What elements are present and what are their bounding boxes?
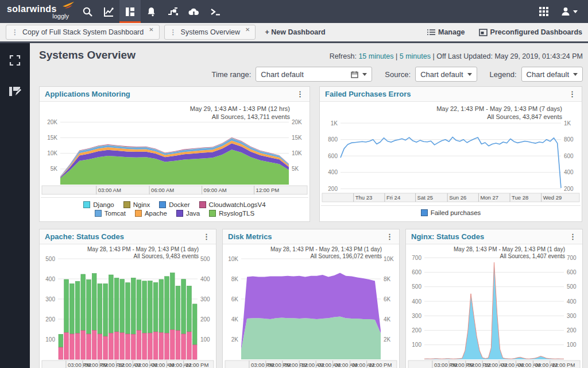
- legend-item[interactable]: CloudwatchLogsV4: [199, 201, 266, 208]
- tab-close-icon[interactable]: ✕: [149, 26, 153, 33]
- apps-grid-icon[interactable]: [539, 6, 549, 17]
- svg-text:400: 400: [564, 169, 574, 175]
- svg-text:300: 300: [200, 296, 210, 302]
- svg-text:12:00 PM: 12:00 PM: [369, 362, 392, 368]
- chevron-down-icon: [362, 73, 367, 76]
- search-icon[interactable]: [77, 0, 98, 23]
- kebab-menu-icon[interactable]: ⋮: [568, 90, 577, 98]
- source-setup-icon[interactable]: [162, 0, 183, 23]
- navbar-right: [539, 0, 588, 23]
- svg-text:8K: 8K: [231, 276, 239, 282]
- svg-text:15K: 15K: [47, 135, 57, 141]
- primary-nav: [77, 0, 226, 23]
- time-range-select[interactable]: Chart default: [256, 67, 372, 82]
- card-title: Applications Monitoring: [45, 90, 130, 98]
- alerts-bell-icon[interactable]: [141, 0, 162, 23]
- card-disk-metrics: Disk Metrics ⋮ May 28, 1:43 PM - May 29,…: [222, 229, 400, 368]
- card-applications-monitoring: Applications Monitoring ⋮ May 29, 1:43 A…: [39, 86, 310, 222]
- svg-text:500: 500: [45, 256, 55, 262]
- refresh-label: Refresh:: [330, 52, 357, 60]
- legend-item[interactable]: Docker: [159, 201, 189, 208]
- svg-text:800: 800: [564, 136, 574, 143]
- svg-text:6K: 6K: [231, 296, 239, 302]
- fullscreen-icon[interactable]: [9, 55, 21, 68]
- chart-subtitle: May 28, 1:43 PM - May 29, 1:43 PM (1 day…: [87, 246, 199, 260]
- legend-label: Docker: [169, 201, 189, 208]
- legend-select[interactable]: Chart default: [521, 67, 583, 82]
- tab-close-icon[interactable]: ✕: [245, 26, 250, 33]
- card-failed-purchases-errors: Failed Purchases Errors ⋮ May 22, 1:43 P…: [319, 86, 582, 222]
- chart-subtitle: May 28, 1:43 PM - May 29, 1:43 PM (1 day…: [270, 246, 382, 260]
- tab-copy-of-full-stack[interactable]: ⋮ Copy of Full Stack System Dashboard ✕: [6, 25, 160, 40]
- legend-item[interactable]: RsyslogTLS: [209, 210, 254, 217]
- card-title: Disk Metrics: [228, 232, 272, 241]
- legend-label: Nginx: [133, 201, 150, 208]
- refresh-5-link[interactable]: 5 minutes: [400, 52, 431, 60]
- solarwinds-loggly-logo[interactable]: solarwinds loggly: [0, 0, 77, 23]
- svg-text:Mon 27: Mon 27: [480, 194, 498, 201]
- apache-status-codes-chart[interactable]: 50050040040030030020020010010003:00 PM06…: [41, 246, 215, 368]
- svg-text:03:00 AM: 03:00 AM: [98, 187, 121, 193]
- svg-text:200: 200: [328, 186, 338, 192]
- legend-item[interactable]: Django: [83, 201, 114, 208]
- tab-systems-overview[interactable]: ⋮ Systems Overview ✕: [164, 25, 256, 40]
- new-dashboard-label: + New Dashboard: [265, 28, 325, 36]
- kebab-menu-icon[interactable]: ⋮: [203, 233, 211, 240]
- svg-text:500: 500: [200, 256, 210, 262]
- card-title: Nginx: Status Codes: [411, 232, 484, 241]
- svg-text:600: 600: [328, 153, 338, 159]
- source-label: Source:: [385, 70, 411, 79]
- preconfigured-dashboards-button[interactable]: Preconfigured Dashboards: [479, 28, 582, 36]
- tab-grip-icon[interactable]: ⋮: [170, 28, 177, 36]
- preconfigured-label: Preconfigured Dashboards: [490, 28, 582, 36]
- svg-text:600: 600: [564, 153, 574, 159]
- charts-icon[interactable]: [98, 0, 119, 23]
- svg-text:5K: 5K: [51, 166, 58, 172]
- edit-dashboard-icon[interactable]: [9, 86, 21, 99]
- manage-label: Manage: [438, 28, 465, 36]
- tab-grip-icon[interactable]: ⋮: [11, 28, 18, 36]
- refresh-15-link[interactable]: 15 minutes: [358, 52, 393, 60]
- svg-text:600: 600: [567, 269, 577, 275]
- source-select[interactable]: Chart default: [415, 67, 477, 82]
- kebab-menu-icon[interactable]: ⋮: [386, 233, 394, 240]
- svg-text:800: 800: [328, 136, 338, 143]
- svg-text:1K: 1K: [564, 120, 571, 126]
- time-range-label: Time range:: [211, 70, 251, 79]
- legend-swatch: [159, 201, 166, 208]
- svg-text:6K: 6K: [384, 296, 391, 302]
- user-caret-icon: [573, 10, 578, 13]
- svg-text:2K: 2K: [384, 336, 391, 343]
- svg-text:Sat 25: Sat 25: [417, 194, 433, 201]
- left-sidebar: [0, 43, 30, 368]
- svg-text:400: 400: [45, 276, 55, 282]
- solarwinds-flame-icon: [62, 1, 75, 9]
- legend-item[interactable]: Nginx: [123, 201, 150, 208]
- svg-text:1K: 1K: [331, 120, 338, 126]
- manage-button[interactable]: Manage: [427, 28, 465, 36]
- legend-item[interactable]: Failed purchases: [421, 209, 481, 216]
- kebab-menu-icon[interactable]: ⋮: [296, 90, 304, 98]
- legend-item[interactable]: Java: [176, 210, 200, 217]
- legend-item[interactable]: Tomcat: [95, 210, 126, 217]
- new-dashboard-button[interactable]: + New Dashboard: [265, 28, 325, 36]
- user-menu-icon[interactable]: [560, 6, 578, 17]
- legend-label: Legend:: [490, 70, 517, 79]
- archive-cloud-icon[interactable]: [183, 0, 204, 23]
- tab-label: Systems Overview: [181, 28, 241, 36]
- kebab-menu-icon[interactable]: ⋮: [569, 233, 577, 240]
- chart-subtitle: May 28, 1:43 PM - May 29, 1:43 PM (1 day…: [454, 246, 565, 260]
- disk-metrics-chart[interactable]: 10K10K8K8K6K6K4K4K2K2K03:00 PM06:00 PM09…: [224, 246, 398, 368]
- dashboards-icon[interactable]: [119, 0, 141, 23]
- refresh-off-option[interactable]: Off: [436, 52, 446, 60]
- legend-swatch: [83, 201, 90, 208]
- legend-swatch: [176, 210, 183, 217]
- svg-text:200: 200: [564, 186, 574, 192]
- legend-item[interactable]: Apache: [135, 210, 167, 217]
- nginx-status-codes-chart[interactable]: 7007006006005005004004003003002002001001…: [407, 246, 581, 368]
- terminal-icon[interactable]: [204, 0, 226, 23]
- svg-text:10K: 10K: [292, 150, 302, 156]
- manage-list-icon: [427, 29, 435, 36]
- dashboard-tabbar: ⋮ Copy of Full Stack System Dashboard ✕ …: [0, 23, 588, 43]
- top-navbar: solarwinds loggly: [0, 0, 588, 23]
